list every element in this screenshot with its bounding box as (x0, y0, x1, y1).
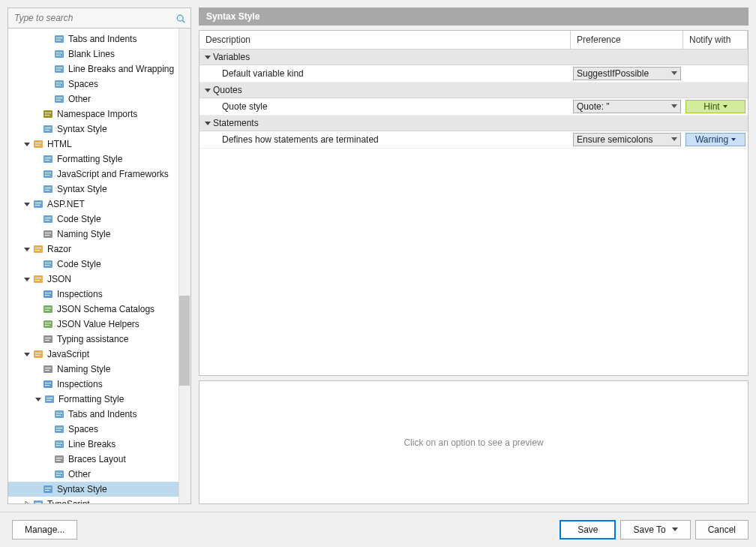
tree-item[interactable]: JavaScript and Frameworks (8, 167, 190, 182)
group-row[interactable]: Variables (200, 50, 748, 65)
expander-icon[interactable] (23, 245, 31, 253)
tree-item[interactable]: Line Breaks and Wrapping (8, 62, 190, 77)
settings-grid: Description Preference Notify with Varia… (199, 30, 748, 376)
tree-item[interactable]: Naming Style (8, 227, 190, 242)
expander-icon[interactable] (23, 200, 31, 208)
typing-icon (42, 333, 54, 345)
tree-item[interactable]: Code Style (8, 212, 190, 227)
tree-item[interactable]: Spaces (8, 77, 190, 92)
svg-rect-58 (45, 310, 50, 311)
header-notify[interactable]: Notify with (683, 31, 748, 50)
content-panel: Syntax Style Description Preference Noti… (199, 8, 748, 504)
expander-icon[interactable] (23, 140, 31, 148)
svg-rect-69 (45, 368, 51, 368)
expander-icon[interactable] (23, 350, 31, 358)
tree-item[interactable]: Other (8, 92, 190, 107)
setting-row: Default variable kind SuggestIfPossible (200, 65, 748, 83)
tree-item[interactable]: ASP.NET (8, 197, 190, 212)
tree-item[interactable]: Inspections (8, 287, 190, 302)
expander-icon[interactable] (23, 500, 31, 503)
tree-label: Tabs and Indents (68, 409, 136, 419)
scrollbar-thumb[interactable] (179, 296, 190, 386)
tree-label: Line Breaks and Wrapping (68, 64, 174, 74)
tree-item[interactable]: Blank Lines (8, 47, 190, 62)
tree-label: Tabs and Indents (68, 34, 136, 44)
group-label: Variables (213, 52, 250, 62)
chevron-down-icon (671, 104, 677, 110)
svg-rect-3 (56, 38, 62, 38)
expander-icon[interactable] (34, 395, 42, 403)
svg-rect-21 (45, 128, 51, 128)
svg-rect-53 (44, 290, 52, 298)
tree-item[interactable]: JavaScript (8, 347, 190, 362)
save-to-button[interactable]: Save To (620, 520, 690, 539)
tree-item[interactable]: Razor (8, 242, 190, 257)
tree-item[interactable]: Typing assistance (8, 332, 190, 347)
expander-icon[interactable] (23, 275, 31, 283)
tree-label: Syntax Style (57, 484, 107, 494)
helper-icon (42, 318, 54, 330)
group-row[interactable]: Quotes (200, 83, 748, 98)
wrap-icon (53, 63, 65, 75)
tree-item[interactable]: HTML (8, 137, 190, 152)
scrollbar[interactable] (178, 29, 190, 503)
preference-select[interactable]: SuggestIfPossible (573, 67, 681, 80)
tree-item[interactable]: Tabs and Indents (8, 32, 190, 47)
syntax-icon (42, 483, 54, 495)
group-label: Quotes (213, 85, 242, 95)
tree-item[interactable]: Braces Layout (8, 452, 190, 467)
search-input[interactable] (8, 8, 190, 29)
tree-item[interactable]: Line Breaks (8, 437, 190, 452)
notify-select[interactable]: Hint (686, 100, 746, 113)
tree-item[interactable]: Syntax Style (8, 482, 190, 497)
svg-rect-23 (34, 140, 43, 148)
svg-rect-11 (55, 80, 64, 88)
tree-item[interactable]: Namespace Imports (8, 107, 190, 122)
preference-select[interactable]: Ensure semicolons (573, 133, 681, 146)
syntax-icon (42, 123, 54, 135)
tree-item[interactable]: Formatting Style (8, 152, 190, 167)
svg-rect-10 (56, 70, 61, 71)
svg-rect-42 (45, 233, 51, 233)
tree-item[interactable]: Other (8, 467, 190, 482)
header-description[interactable]: Description (200, 31, 571, 50)
svg-rect-33 (45, 188, 51, 188)
notify-select[interactable]: Warning (686, 133, 746, 146)
save-button[interactable]: Save (560, 520, 616, 539)
group-row[interactable]: Statements (200, 116, 748, 131)
tree-label: Spaces (68, 424, 98, 434)
header-preference[interactable]: Preference (571, 31, 683, 50)
cancel-button[interactable]: Cancel (695, 520, 748, 539)
tree-item[interactable]: Syntax Style (8, 122, 190, 137)
tree-panel: Tabs and IndentsBlank LinesLine Breaks a… (8, 29, 190, 503)
tree-item[interactable]: JSON (8, 272, 190, 287)
other-icon (53, 468, 65, 480)
tree-label: Spaces (68, 79, 98, 89)
tree-item[interactable]: Syntax Style (8, 182, 190, 197)
tree-item[interactable]: Tabs and Indents (8, 407, 190, 422)
tree-item[interactable]: Formatting Style (8, 392, 190, 407)
chevron-down-icon (723, 105, 728, 108)
svg-rect-24 (35, 143, 41, 143)
svg-rect-88 (56, 460, 61, 461)
svg-rect-85 (56, 445, 61, 446)
tree-item[interactable]: Inspections (8, 377, 190, 392)
manage-button[interactable]: Manage... (12, 520, 77, 539)
tree-label: JavaScript and Frameworks (57, 169, 169, 179)
svg-rect-52 (35, 280, 40, 281)
chevron-down-icon (671, 137, 677, 143)
svg-rect-96 (35, 503, 41, 503)
tree-item[interactable]: JSON Value Helpers (8, 317, 190, 332)
preference-select[interactable]: Quote: " (573, 100, 681, 113)
svg-rect-83 (55, 440, 64, 448)
tree-item[interactable]: Code Style (8, 257, 190, 272)
tree-label: Other (68, 469, 91, 479)
tree-item[interactable]: Spaces (8, 422, 190, 437)
svg-rect-38 (44, 215, 52, 223)
tree-item[interactable]: Naming Style (8, 362, 190, 377)
group-label: Statements (213, 118, 259, 128)
page-title: Syntax Style (199, 8, 748, 26)
tree-item[interactable]: TypeScript (8, 497, 190, 503)
blank-icon (53, 48, 65, 60)
tree-item[interactable]: JSON Schema Catalogs (8, 302, 190, 317)
